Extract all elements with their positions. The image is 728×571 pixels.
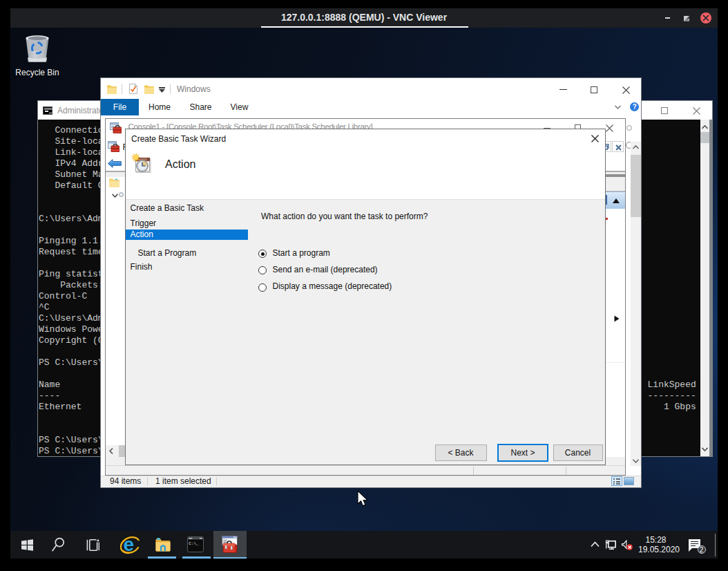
svg-text:C:\_: C:\_: [189, 541, 199, 546]
